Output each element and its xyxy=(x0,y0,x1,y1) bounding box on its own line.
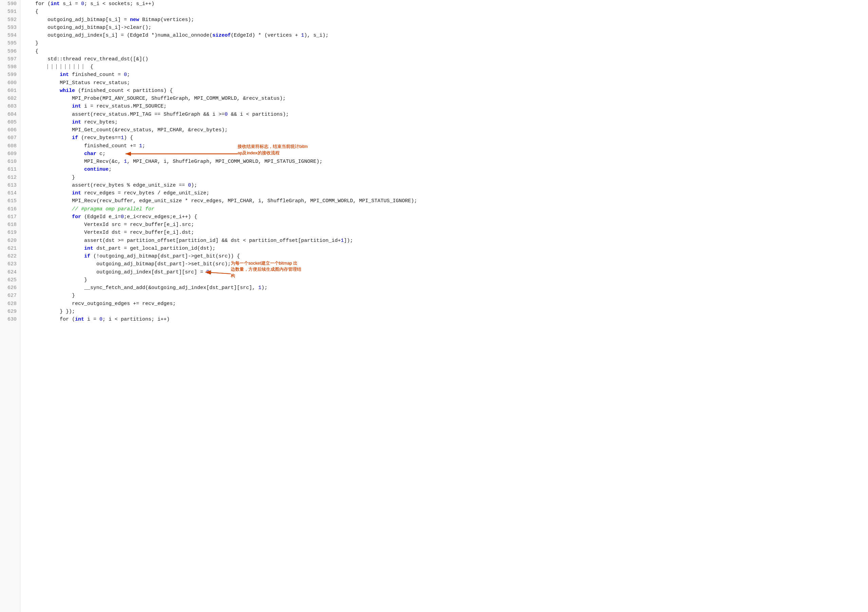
token-plain: ⎸⎸⎸⎸⎸⎸⎸⎸⎸ { xyxy=(23,64,93,70)
token-plain: MPI_Probe(MPI_ANY_SOURCE, ShuffleGraph, … xyxy=(23,96,286,101)
line-number: 614 xyxy=(3,189,17,197)
token-plain: } }); xyxy=(23,309,75,315)
code-line: MPI_Recv(recv_buffer, edge_unit_size * r… xyxy=(23,197,868,205)
code-line: } xyxy=(23,174,868,181)
token-plain xyxy=(23,190,72,196)
token-plain: ; xyxy=(108,167,112,172)
code-line: __sync_fetch_and_add(&outgoing_adj_index… xyxy=(23,284,868,292)
code-editor: 5905915925935945955965975985996006016026… xyxy=(0,0,868,612)
token-plain xyxy=(23,167,84,172)
token-kw: int xyxy=(51,1,60,7)
line-number: 622 xyxy=(3,253,17,260)
line-number: 595 xyxy=(3,39,17,47)
line-number: 601 xyxy=(3,87,17,95)
token-plain: outgoing_adj_index[dst_part][src] = xyxy=(23,270,206,275)
token-num: 1 xyxy=(341,238,344,243)
token-plain: MPI_Recv(recv_buffer, edge_unit_size * r… xyxy=(23,198,417,204)
token-plain: recv_edges = recv_bytes / edge_unit_size… xyxy=(81,190,209,196)
line-number: 610 xyxy=(3,158,17,166)
line-number: 590 xyxy=(3,0,17,8)
line-number: 628 xyxy=(3,300,17,308)
line-number: 611 xyxy=(3,166,17,174)
token-plain: (finished_count < partitions) { xyxy=(75,88,173,94)
token-plain: (EdgeId) * (vertices + xyxy=(231,33,301,38)
token-num: 0 xyxy=(99,316,102,322)
code-line: int i = recv_status.MPI_SOURCE; xyxy=(23,102,868,110)
token-num: 1 xyxy=(301,33,304,38)
token-plain xyxy=(23,88,60,94)
token-plain: outgoing_adj_bitmap[dst_part]->set_bit(s… xyxy=(23,261,231,267)
line-number: 593 xyxy=(3,24,17,31)
token-num: 1 xyxy=(121,135,124,141)
token-plain: outgoing_adj_bitmap[s_i] = xyxy=(23,17,130,23)
token-plain: assert(recv_bytes % edge_unit_size == xyxy=(23,183,188,188)
token-kw: new xyxy=(130,17,139,23)
token-plain: } xyxy=(23,293,75,299)
code-line: MPI_Get_count(&recv_status, MPI_CHAR, &r… xyxy=(23,126,868,134)
token-plain: std::thread recv_thread_dst([&]() xyxy=(23,56,148,62)
line-number: 592 xyxy=(3,16,17,24)
line-number: 599 xyxy=(3,71,17,79)
code-line: finished_count += 1; xyxy=(23,142,868,150)
line-number: 606 xyxy=(3,126,17,134)
line-number: 594 xyxy=(3,31,17,39)
token-plain: ; xyxy=(127,72,130,78)
token-num: 0 xyxy=(121,214,124,220)
line-number: 600 xyxy=(3,79,17,87)
token-kw: int xyxy=(72,104,81,109)
code-line: VertexId dst = recv_buffer[e_i].dst; xyxy=(23,229,868,237)
line-number: 596 xyxy=(3,48,17,55)
line-number: 604 xyxy=(3,111,17,118)
line-number: 616 xyxy=(3,205,17,213)
token-plain: ; xyxy=(142,143,145,149)
code-line: ⎸⎸⎸⎸⎸⎸⎸⎸⎸ { xyxy=(23,63,868,71)
token-kw: int xyxy=(60,72,69,78)
code-line: continue; xyxy=(23,166,868,174)
code-line: outgoing_adj_index[dst_part][src] = 0; xyxy=(23,268,868,276)
code-line: int dst_part = get_local_partition_id(ds… xyxy=(23,245,868,253)
token-plain: MPI_Recv(&c, xyxy=(23,159,124,164)
token-plain: (recv_bytes== xyxy=(78,135,121,141)
code-content[interactable]: 接收结束符标志，结束当前统计bitmap及index的接收流程为每一个socke… xyxy=(20,0,868,612)
code-line: std::thread recv_thread_dst([&]() xyxy=(23,55,868,63)
line-number: 621 xyxy=(3,245,17,253)
token-plain xyxy=(23,119,72,125)
code-line: { xyxy=(23,8,868,15)
token-plain: { xyxy=(23,9,38,15)
token-plain: i = xyxy=(84,316,99,322)
token-plain: ; s_i < sockets; s_i++) xyxy=(84,1,154,7)
code-line: if (recv_bytes==1) { xyxy=(23,134,868,142)
line-number: 605 xyxy=(3,118,17,126)
code-line: // #pragma omp parallel for xyxy=(23,205,868,213)
token-plain: assert(recv_status.MPI_TAG == ShuffleGra… xyxy=(23,112,225,118)
token-plain xyxy=(23,72,60,78)
token-plain: finished_count = xyxy=(69,72,124,78)
token-plain: Bitmap(vertices); xyxy=(139,17,194,23)
line-number: 624 xyxy=(3,268,17,276)
code-line: MPI_Probe(MPI_ANY_SOURCE, ShuffleGraph, … xyxy=(23,95,868,102)
token-plain: recv_outgoing_edges += recv_edges; xyxy=(23,301,176,307)
token-plain: outgoing_adj_index[s_i] = (EdgeId *)numa… xyxy=(23,33,212,38)
code-line: char c; xyxy=(23,150,868,158)
code-line: { xyxy=(23,48,868,55)
token-kw: int xyxy=(72,190,81,196)
code-line: for (int s_i = 0; s_i < sockets; s_i++) xyxy=(23,0,868,8)
token-comment: // #pragma omp parallel for xyxy=(72,206,154,212)
line-number: 597 xyxy=(3,55,17,63)
token-plain: , MPI_CHAR, i, ShuffleGraph, MPI_COMM_WO… xyxy=(127,159,322,164)
token-plain xyxy=(23,253,84,259)
code-line: assert(recv_bytes % edge_unit_size == 0)… xyxy=(23,181,868,189)
token-plain: dst_part = get_local_partition_id(dst); xyxy=(93,246,215,251)
token-plain: ; xyxy=(209,270,212,275)
token-num: 1 xyxy=(139,143,142,149)
code-line: outgoing_adj_bitmap[s_i] = new Bitmap(ve… xyxy=(23,16,868,24)
code-line: outgoing_adj_bitmap[dst_part]->set_bit(s… xyxy=(23,260,868,268)
token-plain: ) { xyxy=(124,135,133,141)
token-kw: for xyxy=(72,214,81,220)
token-plain: finished_count += xyxy=(23,143,139,149)
token-plain xyxy=(23,135,72,141)
line-number: 627 xyxy=(3,292,17,299)
token-plain: } xyxy=(23,175,75,180)
code-line: for (int i = 0; i < partitions; i++) xyxy=(23,316,868,323)
line-number: 602 xyxy=(3,95,17,102)
